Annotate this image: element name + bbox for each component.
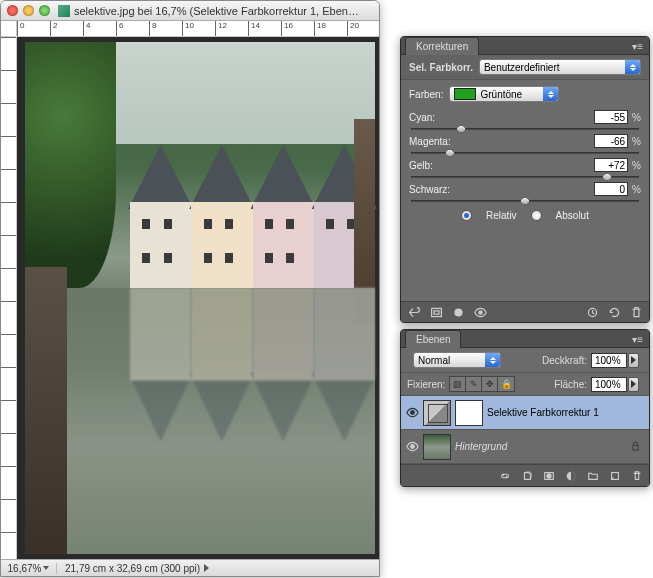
layer-row[interactable]: Selektive Farbkorrektur 1 — [401, 396, 649, 430]
slider-gelb: Gelb: % — [409, 158, 641, 178]
fill-label: Fläche: — [554, 379, 587, 390]
slider-track[interactable] — [411, 200, 639, 202]
slider-label: Schwarz: — [409, 184, 594, 195]
new-layer-icon[interactable] — [608, 469, 621, 482]
reset-icon[interactable] — [607, 306, 621, 318]
document-title-text: selektive.jpg bei 16,7% (Selektive Farbk… — [74, 5, 359, 17]
titlebar[interactable]: selektive.jpg bei 16,7% (Selektive Farbk… — [1, 1, 379, 21]
slider-thumb[interactable] — [602, 173, 612, 181]
ruler-origin[interactable] — [1, 21, 17, 37]
layer-style-icon[interactable] — [520, 469, 533, 482]
adjustment-thumb[interactable] — [423, 400, 451, 426]
layer-row[interactable]: Hintergrund — [401, 430, 649, 464]
svg-point-5 — [410, 411, 414, 415]
layer-name[interactable]: Selektive Farbkorrektur 1 — [487, 407, 599, 418]
opacity-value: 100% — [595, 355, 621, 366]
slider-input[interactable] — [594, 182, 628, 196]
document-info-text: 21,79 cm x 32,69 cm (300 ppi) — [65, 563, 200, 574]
group-icon[interactable] — [586, 469, 599, 482]
visibility-toggle[interactable] — [405, 440, 419, 454]
opacity-input[interactable]: 100% — [591, 353, 627, 368]
slider-input[interactable] — [594, 158, 628, 172]
status-bar: 16,67% 21,79 cm x 32,69 cm (300 ppi) — [1, 559, 379, 576]
panel-menu-icon[interactable]: ▾≡ — [630, 39, 645, 54]
info-menu-arrow-icon[interactable] — [204, 564, 209, 572]
fill-slider-icon[interactable] — [628, 377, 639, 392]
svg-rect-1 — [434, 310, 439, 313]
image-content — [25, 42, 375, 554]
percent-label: % — [632, 136, 641, 147]
trash-icon[interactable] — [629, 306, 643, 318]
layers-panel: Ebenen ▾≡ Normal Deckkraft: 100% Fixiere… — [400, 329, 650, 487]
colors-label: Farben: — [409, 89, 443, 100]
slider-cyan: Cyan: % — [409, 110, 641, 130]
panel-menu-icon[interactable]: ▾≡ — [630, 332, 645, 347]
document-title: selektive.jpg bei 16,7% (Selektive Farbk… — [58, 5, 373, 17]
color-swatch — [454, 88, 476, 100]
document-info[interactable]: 21,79 cm x 32,69 cm (300 ppi) — [57, 563, 209, 574]
link-layers-icon[interactable] — [498, 469, 511, 482]
tab-ebenen[interactable]: Ebenen — [405, 330, 461, 348]
slider-track[interactable] — [411, 152, 639, 154]
clip-to-layer-icon[interactable] — [451, 306, 465, 318]
ruler-vertical[interactable] — [1, 37, 17, 559]
zoom-level[interactable]: 16,67% — [1, 563, 57, 574]
svg-rect-7 — [633, 446, 639, 451]
lock-buttons: ▨ ✎ ✥ 🔒 — [449, 376, 515, 392]
layer-name[interactable]: Hintergrund — [455, 441, 507, 452]
close-button[interactable] — [7, 5, 18, 16]
slider-input[interactable] — [594, 110, 628, 124]
percent-label: % — [632, 160, 641, 171]
previous-state-icon[interactable] — [585, 306, 599, 318]
tab-korrekturen[interactable]: Korrekturen — [405, 37, 479, 55]
expand-view-icon[interactable] — [429, 306, 443, 318]
radio-absolut[interactable] — [531, 210, 542, 221]
slider-thumb[interactable] — [456, 125, 466, 133]
slider-track[interactable] — [411, 128, 639, 130]
slider-thumb[interactable] — [445, 149, 455, 157]
slider-track[interactable] — [411, 176, 639, 178]
select-arrows-icon — [543, 87, 558, 101]
opacity-slider-icon[interactable] — [628, 353, 639, 368]
svg-point-9 — [546, 473, 550, 477]
lock-position-icon[interactable]: ✥ — [482, 377, 498, 391]
traffic-lights — [7, 5, 50, 16]
ruler-horizontal[interactable] — [17, 21, 379, 37]
adjustments-footer — [401, 301, 649, 322]
zoom-button[interactable] — [39, 5, 50, 16]
canvas-area[interactable] — [17, 37, 379, 559]
adjustment-layer-icon[interactable] — [564, 469, 577, 482]
fill-input[interactable]: 100% — [591, 377, 627, 392]
percent-label: % — [632, 184, 641, 195]
slider-input[interactable] — [594, 134, 628, 148]
opacity-label: Deckkraft: — [542, 355, 587, 366]
colors-select[interactable]: Grüntöne — [449, 86, 559, 102]
lock-all-icon[interactable]: 🔒 — [498, 377, 514, 391]
adjustments-panel: Korrekturen ▾≡ Sel. Farbkorr. Benutzerde… — [400, 36, 650, 323]
radio-relativ-label[interactable]: Relativ — [486, 210, 517, 221]
radio-relativ[interactable] — [461, 210, 472, 221]
radio-absolut-label[interactable]: Absolut — [556, 210, 589, 221]
trash-icon[interactable] — [630, 469, 643, 482]
layer-mask-icon[interactable] — [542, 469, 555, 482]
layer-thumb[interactable] — [423, 434, 451, 460]
visibility-icon[interactable] — [473, 306, 487, 318]
preset-select[interactable]: Benutzerdefiniert — [479, 59, 641, 75]
lock-transparency-icon[interactable]: ▨ — [450, 377, 466, 391]
visibility-toggle[interactable] — [405, 406, 419, 420]
minimize-button[interactable] — [23, 5, 34, 16]
adjustment-type-label: Sel. Farbkorr. — [409, 62, 473, 73]
svg-rect-0 — [431, 308, 441, 316]
document-icon — [58, 5, 70, 17]
lock-pixels-icon[interactable]: ✎ — [466, 377, 482, 391]
slider-magenta: Magenta: % — [409, 134, 641, 154]
back-arrow-icon[interactable] — [407, 306, 421, 318]
blend-mode-select[interactable]: Normal — [413, 352, 501, 368]
svg-point-6 — [410, 445, 414, 449]
fill-value: 100% — [595, 379, 621, 390]
select-arrows-icon — [485, 353, 500, 367]
lock-icon — [630, 440, 641, 453]
mask-thumb[interactable] — [455, 400, 483, 426]
slider-thumb[interactable] — [520, 197, 530, 205]
preset-value: Benutzerdefiniert — [484, 62, 560, 73]
